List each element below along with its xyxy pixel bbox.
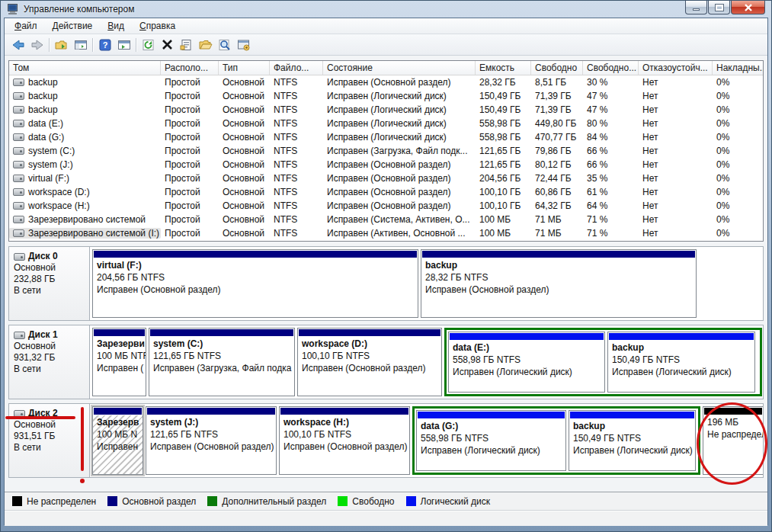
close-button[interactable]: [731, 1, 765, 14]
disk-name-label: Диск 1: [28, 329, 58, 341]
search-button[interactable]: [215, 36, 234, 53]
column-header[interactable]: Состояние: [323, 61, 476, 75]
disk-kind: Основной: [14, 419, 85, 431]
legend-item: Основной раздел: [107, 496, 196, 507]
extended-partition[interactable]: data (G:)558,98 ГБ NTFSИсправен (Логичес…: [412, 406, 700, 475]
column-header[interactable]: Располо...: [161, 61, 219, 75]
titlebar[interactable]: Управление компьютером: [1, 1, 771, 18]
volume-name-cell[interactable]: backup: [9, 77, 161, 88]
table-row[interactable]: data (G:)ПростойОсновнойNTFSИсправен (Ло…: [9, 130, 763, 144]
column-header[interactable]: Накладны...: [713, 61, 764, 75]
column-header[interactable]: Тип: [219, 61, 270, 75]
help-button[interactable]: ?: [95, 36, 114, 53]
volume-name-cell[interactable]: data (G:): [9, 132, 161, 143]
unallocated-region[interactable]: 196 МБНе распределен: [703, 406, 763, 475]
table-row[interactable]: Зарезервировано системойПростойОсновнойN…: [9, 213, 763, 226]
table-cell: Нет: [639, 91, 713, 101]
volume-name-cell[interactable]: system (C:): [9, 146, 161, 156]
table-cell: Простой: [161, 91, 219, 101]
device-settings-button[interactable]: [234, 36, 253, 53]
menu-item[interactable]: Справка: [133, 19, 182, 33]
column-header[interactable]: Отказоустойч...: [639, 61, 713, 75]
disk-status: В сети: [14, 364, 85, 375]
table-cell: 0%: [713, 104, 764, 115]
forward-button[interactable]: [27, 36, 46, 53]
disk-size: 232,88 ГБ: [14, 274, 85, 285]
disk-label-panel[interactable]: Диск 1Основной931,32 ГБВ сети: [9, 325, 90, 399]
partition-box[interactable]: Зарезерв100 МБ NИсправен: [92, 406, 143, 475]
volume-name-cell[interactable]: backup: [9, 104, 161, 115]
partition-box[interactable]: workspace (H:)100,10 ГБ NTFSИсправен (Ос…: [279, 406, 410, 475]
partition-status: Не распределен: [707, 428, 759, 441]
table-cell: Простой: [161, 77, 219, 88]
table-row[interactable]: backupПростойОсновнойNTFSИсправен (Основ…: [9, 75, 763, 89]
table-row[interactable]: workspace (H:)ПростойОсновнойNTFSИсправе…: [9, 199, 763, 213]
volume-name-cell[interactable]: workspace (D:): [9, 187, 161, 197]
partition-box[interactable]: backup150,49 ГБ NTFSИсправен (Логический…: [569, 410, 696, 471]
delete-button[interactable]: [158, 36, 177, 53]
refresh-button[interactable]: [139, 36, 158, 53]
partition-box[interactable]: workspace (D:)100,10 ГБ NTFSИсправен (Ос…: [297, 328, 442, 396]
table-cell: 0%: [713, 187, 764, 197]
partition-box[interactable]: system (C:)121,65 ГБ NTFSИсправен (Загру…: [149, 328, 295, 396]
table-row[interactable]: backupПростойОсновнойNTFSИсправен (Логич…: [9, 103, 763, 117]
legend-label: Логический диск: [421, 496, 491, 507]
volume-name-cell[interactable]: workspace (H:): [9, 200, 161, 211]
disk-row: Диск 0Основной232,88 ГБВ сетиvirtual (F:…: [8, 246, 764, 321]
menu-item[interactable]: Действие: [46, 19, 100, 33]
table-row[interactable]: Зарезервировано системой (I:)ПростойОсно…: [9, 226, 763, 240]
column-header[interactable]: Емкость: [476, 61, 531, 75]
table-cell: Основной: [219, 77, 270, 88]
partition-box[interactable]: data (E:)558,98 ГБ NTFSИсправен (Логичес…: [448, 332, 605, 393]
partition-box[interactable]: data (G:)558,98 ГБ NTFSИсправен (Логичес…: [416, 410, 566, 471]
volume-name-cell[interactable]: system (J:): [9, 159, 161, 170]
console-tree-button[interactable]: [71, 36, 90, 53]
table-cell: Нет: [639, 173, 713, 184]
partition-size: 121,65 ГБ NTFS: [150, 428, 272, 441]
table-row[interactable]: system (J:)ПростойОсновнойNTFSИсправен (…: [9, 158, 763, 171]
volume-name-cell[interactable]: Зарезервировано системой (I:): [9, 228, 161, 239]
partition-box[interactable]: virtual (F:)204,56 ГБ NTFSИсправен (Осно…: [92, 249, 418, 318]
partition-info: backup150,49 ГБ NTFSИсправен (Логический…: [608, 341, 754, 392]
maximize-button[interactable]: [708, 1, 730, 14]
toolbar-separator: [136, 38, 136, 52]
open-folder-button[interactable]: [196, 36, 215, 53]
menu-item[interactable]: Файл: [8, 19, 44, 33]
disk-label-panel[interactable]: Диск 2Основной931,51 ГБВ сети: [9, 404, 90, 477]
legend-swatch: [12, 496, 22, 506]
table-cell: Простой: [161, 200, 219, 211]
table-row[interactable]: workspace (D:)ПростойОсновнойNTFSИсправе…: [9, 185, 763, 199]
volume-name-cell[interactable]: backup: [9, 91, 161, 101]
partition-box[interactable]: system (J:)121,65 ГБ NTFSИсправен (Основ…: [146, 406, 277, 475]
column-header[interactable]: Свободно...: [583, 61, 639, 75]
disk-label-panel[interactable]: Диск 0Основной232,88 ГБВ сети: [9, 247, 90, 320]
volume-name-cell[interactable]: data (E:): [9, 118, 161, 129]
toolbar-separator: [49, 38, 50, 52]
table-cell: 47 %: [583, 91, 639, 101]
column-header[interactable]: Файло...: [270, 61, 323, 75]
export-list-button[interactable]: [52, 36, 71, 53]
volume-name-cell[interactable]: virtual (F:): [9, 173, 161, 184]
partition-info: data (G:)558,98 ГБ NTFSИсправен (Логичес…: [417, 419, 565, 470]
show-window-button[interactable]: [114, 36, 133, 53]
table-cell: Основной: [219, 104, 270, 115]
minimize-button[interactable]: [685, 1, 707, 14]
partition-color-strip: [418, 412, 565, 418]
table-row[interactable]: system (C:)ПростойОсновнойNTFSИсправен (…: [9, 144, 763, 158]
properties-button[interactable]: [177, 36, 196, 53]
menu-item[interactable]: Вид: [101, 19, 131, 33]
partition-box[interactable]: backup150,49 ГБ NTFSИсправен (Логический…: [607, 332, 755, 393]
partition-box[interactable]: Зарезерви100 МБ NTFИсправен (: [92, 328, 146, 396]
extended-partition[interactable]: data (E:)558,98 ГБ NTFSИсправен (Логичес…: [444, 328, 762, 396]
volume-name-label: system (C:): [28, 146, 75, 156]
column-header[interactable]: Том: [9, 61, 161, 75]
table-row[interactable]: virtual (F:)ПростойОсновнойNTFSИсправен …: [9, 171, 763, 185]
table-cell: Исправен (Логический диск): [323, 91, 476, 101]
volume-name-cell[interactable]: Зарезервировано системой: [9, 214, 161, 225]
table-row[interactable]: data (E:)ПростойОсновнойNTFSИсправен (Ло…: [9, 117, 763, 130]
table-row[interactable]: backupПростойОсновнойNTFSИсправен (Логич…: [9, 89, 763, 103]
partition-box[interactable]: backup28,32 ГБ NTFSИсправен (Основной ра…: [421, 249, 697, 318]
disk-name: Диск 2: [14, 408, 85, 419]
back-button[interactable]: [8, 36, 27, 53]
column-header[interactable]: Свободно: [531, 61, 583, 75]
